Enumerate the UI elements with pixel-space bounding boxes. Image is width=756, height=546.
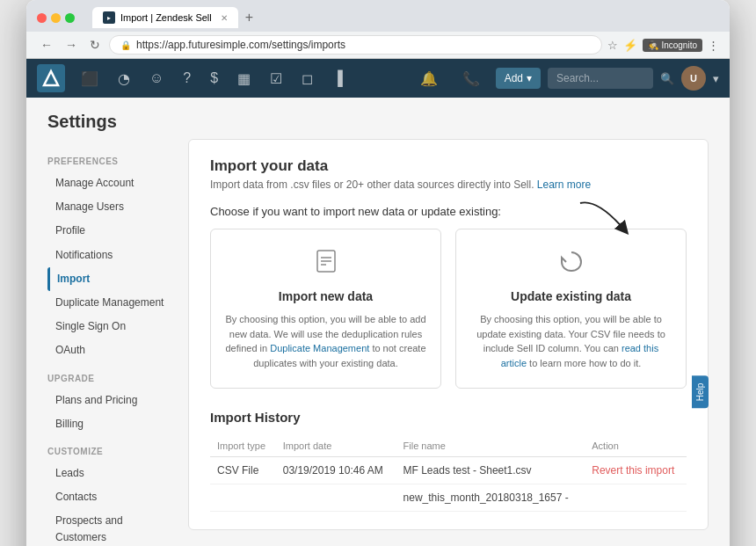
col-import-date: Import date	[276, 435, 396, 457]
import-subtitle-text: Import data from .csv files or 20+ other…	[210, 178, 534, 191]
sidebar-item-import[interactable]: Import	[47, 267, 174, 291]
browser-toolbar: ← → ↻ 🔒 https://app.futuresimple.com/set…	[26, 32, 730, 59]
traffic-lights	[37, 13, 75, 23]
table-row: CSV File 03/19/2019 10:46 AM MF Leads te…	[210, 457, 687, 484]
sidebar-section-customize: CUSTOMIZE	[47, 447, 174, 456]
import-new-card[interactable]: Import new data By choosing this option,…	[210, 229, 441, 389]
sidebar-item-profile[interactable]: Profile	[47, 219, 174, 243]
update-existing-desc: By choosing this option, you will be abl…	[470, 312, 672, 370]
article-link[interactable]: read this article	[501, 343, 658, 368]
address-bar[interactable]: 🔒 https://app.futuresimple.com/settings/…	[109, 35, 602, 55]
cell-action-2	[585, 484, 687, 512]
import-cards: Import new data By choosing this option,…	[210, 229, 687, 389]
sidebar-item-prospects-and-customers[interactable]: Prospects and Customers	[47, 509, 174, 546]
activity-nav-button[interactable]: ◔	[109, 65, 139, 92]
history-title: Import History	[210, 410, 687, 425]
back-button[interactable]: ←	[37, 36, 56, 54]
notifications-button[interactable]: 🔔	[411, 65, 447, 92]
minimize-traffic-light[interactable]	[51, 13, 61, 23]
settings-main-wrapper: Import your data Import data from .csv f…	[188, 139, 709, 546]
app-nav-icons: ⬛ ◔ ☺ ? $ ▦ ☑ ◻ ▐	[72, 65, 411, 92]
import-new-title: Import new data	[225, 289, 426, 303]
bookmark-button[interactable]: ☆	[607, 39, 618, 52]
app-header: ⬛ ◔ ☺ ? $ ▦ ☑ ◻ ▐ 🔔 📞 Add ▾ 🔍 U ▾	[26, 59, 730, 98]
forward-button[interactable]: →	[62, 36, 81, 54]
new-tab-button[interactable]: +	[240, 10, 258, 25]
phone-button[interactable]: 📞	[454, 65, 489, 92]
sidebar-item-billing[interactable]: Billing	[47, 412, 174, 436]
cell-import-date: 03/19/2019 10:46 AM	[276, 457, 396, 484]
active-tab[interactable]: ▸ Import | Zendesk Sell ✕	[92, 7, 238, 28]
calendar-nav-button[interactable]: ▦	[229, 65, 259, 92]
tab-favicon: ▸	[103, 11, 115, 24]
col-file-name: File name	[396, 435, 585, 457]
search-icon-button[interactable]: 🔍	[660, 72, 674, 85]
settings-sidebar: PREFERENCES Manage Account Manage Users …	[47, 139, 188, 546]
cell-file-name-2: new_this_month_20180318_1657 -	[396, 484, 585, 512]
avatar[interactable]: U	[681, 66, 706, 91]
home-nav-button[interactable]: ⬛	[72, 65, 107, 92]
incognito-badge: 🕵 Incognito	[643, 39, 702, 52]
sidebar-item-manage-users[interactable]: Manage Users	[47, 195, 174, 219]
lock-icon: 🔒	[120, 40, 131, 50]
browser-tabs: ▸ Import | Zendesk Sell ✕ +	[92, 7, 719, 28]
sidebar-item-plans-and-pricing[interactable]: Plans and Pricing	[47, 389, 174, 412]
close-traffic-light[interactable]	[37, 13, 47, 23]
svg-rect-0	[37, 64, 65, 92]
import-title: Import your data	[210, 157, 687, 175]
sidebar-item-duplicate-management[interactable]: Duplicate Management	[47, 291, 174, 315]
cell-import-date-2	[276, 484, 396, 512]
revert-link[interactable]: Revert this import	[592, 464, 674, 477]
add-chevron-icon: ▾	[527, 72, 532, 84]
sidebar-item-single-sign-on[interactable]: Single Sign On	[47, 315, 174, 339]
sidebar-item-manage-account[interactable]: Manage Account	[47, 171, 174, 195]
help-nav-button[interactable]: ?	[174, 65, 200, 91]
contacts-nav-button[interactable]: ☺	[141, 65, 172, 91]
tab-close-button[interactable]: ✕	[221, 13, 228, 23]
settings-container: Settings PREFERENCES Manage Account Mana…	[26, 98, 730, 546]
dollar-nav-button[interactable]: $	[201, 65, 227, 91]
sidebar-item-oauth[interactable]: OAuth	[47, 339, 174, 362]
sidebar-section-preferences: PREFERENCES	[47, 157, 174, 166]
maximize-traffic-light[interactable]	[65, 13, 75, 23]
tasks-nav-button[interactable]: ☑	[261, 65, 291, 92]
page-title: Settings	[26, 98, 730, 139]
dedup-link[interactable]: Duplicate Management	[270, 343, 369, 353]
add-button[interactable]: Add ▾	[496, 68, 541, 89]
app-logo[interactable]	[37, 64, 65, 92]
import-subtitle: Import data from .csv files or 20+ other…	[210, 178, 687, 191]
update-existing-icon	[470, 247, 672, 280]
arrow-graphic	[571, 194, 651, 247]
sidebar-item-leads[interactable]: Leads	[47, 462, 174, 485]
reload-button[interactable]: ↻	[86, 36, 104, 54]
search-input[interactable]	[548, 68, 653, 89]
menu-button[interactable]: ⋮	[708, 39, 719, 52]
add-label: Add	[505, 72, 523, 84]
update-existing-card[interactable]: Update existing data By choosing this op…	[455, 229, 687, 389]
help-label: Help	[695, 383, 705, 402]
messages-nav-button[interactable]: ◻	[293, 65, 322, 92]
user-menu-chevron[interactable]: ▾	[713, 72, 719, 85]
app-header-right: 🔔 📞 Add ▾ 🔍 U ▾	[411, 65, 719, 92]
sidebar-item-contacts[interactable]: Contacts	[47, 485, 174, 509]
avatar-initials: U	[690, 73, 697, 84]
sidebar-section-upgrade: UPGRADE	[47, 374, 174, 383]
cell-import-type-2	[210, 484, 276, 512]
cell-action[interactable]: Revert this import	[585, 457, 687, 484]
cell-import-type: CSV File	[210, 457, 276, 484]
update-existing-title: Update existing data	[470, 289, 672, 303]
incognito-label: Incognito	[661, 40, 697, 50]
settings-body: PREFERENCES Manage Account Manage Users …	[26, 139, 730, 546]
table-row: new_this_month_20180318_1657 -	[210, 484, 687, 512]
reports-nav-button[interactable]: ▐	[323, 65, 351, 91]
browser-actions: ☆ ⚡ 🕵 Incognito ⋮	[607, 39, 719, 52]
help-button[interactable]: Help	[692, 376, 709, 409]
col-action: Action	[585, 435, 687, 457]
incognito-icon: 🕵	[648, 40, 658, 50]
tab-title: Import | Zendesk Sell	[120, 12, 212, 23]
extensions-button[interactable]: ⚡	[623, 39, 637, 52]
settings-main: Import your data Import data from .csv f…	[188, 139, 709, 530]
learn-more-link[interactable]: Learn more	[537, 178, 591, 191]
import-new-desc: By choosing this option, you will be abl…	[225, 312, 426, 370]
sidebar-item-notifications[interactable]: Notifications	[47, 244, 174, 267]
